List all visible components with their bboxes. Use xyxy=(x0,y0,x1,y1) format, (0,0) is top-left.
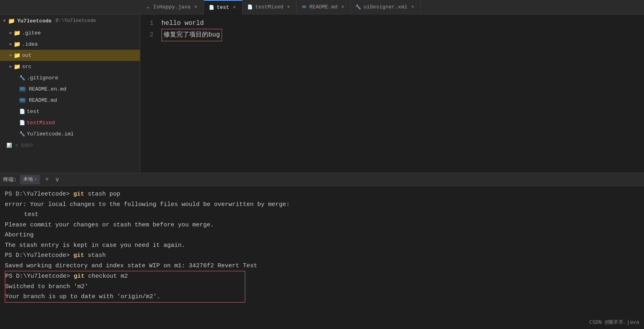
term-text-2: error: Your local changes to the followi… xyxy=(5,200,290,210)
java-icon: ☕ xyxy=(145,4,151,10)
terminal-label: 终端: xyxy=(3,176,17,183)
term-line-9: PS D:\Yu7leetcode> git checkout m2 xyxy=(5,271,245,282)
tab-isHappy[interactable]: ☕ IsHappy.java × xyxy=(140,0,204,14)
gitee-chevron: ▶ xyxy=(10,30,12,35)
code-text-1: hello world xyxy=(162,18,204,29)
term-line-8: Saved working directory and index state … xyxy=(5,261,639,271)
term-line-4: Please commit your changes or stash them… xyxy=(5,220,639,230)
tab-close-uiDesigner[interactable]: × xyxy=(410,4,416,10)
sidebar-item-gitee[interactable]: ▶ 📁 .gitee xyxy=(0,27,140,38)
idea-chevron: ▶ xyxy=(10,42,12,46)
terminal-tab-close[interactable]: × xyxy=(34,177,37,182)
tab-close-test[interactable]: × xyxy=(232,5,237,10)
tab-bar: ☕ IsHappy.java × 📄 test × 📄 testMixed × … xyxy=(0,0,644,14)
tab-close-isHappy[interactable]: × xyxy=(193,4,199,10)
sidebar-item-readme[interactable]: MD README.md xyxy=(0,95,140,106)
terminal-add-button[interactable]: + xyxy=(43,176,50,183)
root-path: D:\Yu7leetcode xyxy=(56,18,96,24)
file-icon-test: 📄 xyxy=(209,5,214,10)
term-git-1: git xyxy=(73,189,84,200)
term-git-9: git xyxy=(74,271,85,282)
sidebar-item-gitignore[interactable]: 🔧 .gitignore xyxy=(0,72,140,83)
terminal-local-tab[interactable]: 本地 × xyxy=(20,175,40,184)
line-num-1: 1 xyxy=(140,18,153,29)
sidebar-bottom-bar: 📊 ⚙ 加载中 xyxy=(0,139,140,151)
gitignore-label: .gitignore xyxy=(27,75,58,81)
readme-label: README.md xyxy=(29,97,57,103)
main-area: ▼ 📁 Yu7leetcode D:\Yu7leetcode ▶ 📁 .gite… xyxy=(0,14,644,173)
sidebar-item-testMixed[interactable]: 📄 testMixed xyxy=(0,117,140,128)
terminal-container: 终端: 本地 × + ∨ PS D:\Yu7leetcode> git stas… xyxy=(0,173,644,329)
graph-icon: 📊 xyxy=(6,143,12,148)
term-line-5: Aborting xyxy=(5,230,639,240)
iml-label: Yu7leetcode.iml xyxy=(27,131,74,137)
terminal-highlighted-block: PS D:\Yu7leetcode> git checkout m2 Switc… xyxy=(5,271,245,303)
term-rest-1: stash pop xyxy=(84,189,120,200)
term-line-3: test xyxy=(5,210,639,220)
sidebar: ▼ 📁 Yu7leetcode D:\Yu7leetcode ▶ 📁 .gite… xyxy=(0,14,140,173)
test-file-icon: 📄 xyxy=(19,109,25,115)
term-ps-9: PS D:\Yu7leetcode> xyxy=(5,271,74,282)
sidebar-item-src[interactable]: ▶ 📁 src xyxy=(0,61,140,72)
terminal-tab-bar: 终端: 本地 × + ∨ xyxy=(0,173,644,186)
project-root[interactable]: ▼ 📁 Yu7leetcode D:\Yu7leetcode xyxy=(0,14,140,27)
term-line-6: The stash entry is kept in case you need… xyxy=(5,240,639,251)
term-text-8: Saved working directory and index state … xyxy=(5,261,257,271)
term-line-11: Your branch is up to date with 'origin/m… xyxy=(5,292,245,302)
terminal-content[interactable]: PS D:\Yu7leetcode> git stash pop error: … xyxy=(0,186,644,329)
root-label: Yu7leetcode xyxy=(17,18,52,24)
term-text-11: Your branch is up to date with 'origin/m… xyxy=(5,292,160,302)
readme-en-label: README.en.md xyxy=(29,86,67,92)
term-text-10: Switched to branch 'm2' xyxy=(5,282,88,292)
folder-icon: 📁 xyxy=(8,18,15,24)
tab-close-readme[interactable]: × xyxy=(340,4,345,10)
tab-close-testMixed[interactable]: × xyxy=(286,4,291,10)
tab-readme[interactable]: MD README.md × xyxy=(297,0,351,14)
term-rest-7: stash xyxy=(84,250,106,261)
term-line-1: PS D:\Yu7leetcode> git stash pop xyxy=(5,189,639,200)
idea-folder-icon: 📁 xyxy=(14,41,20,48)
term-text-4: Please commit your changes or stash them… xyxy=(5,220,214,230)
testMixed-label: testMixed xyxy=(27,120,55,126)
iml-icon: 🔧 xyxy=(19,131,25,137)
code-line-2: 修复完了项目的bug xyxy=(162,29,644,41)
tab-testMixed[interactable]: 📄 testMixed × xyxy=(242,0,297,14)
gitignore-icon: 🔧 xyxy=(19,75,25,81)
term-rest-9: checkout m2 xyxy=(85,271,128,282)
editor-area: 1 2 hello world 修复完了项目的bug xyxy=(140,14,644,173)
sidebar-item-iml[interactable]: 🔧 Yu7leetcode.iml xyxy=(0,128,140,139)
term-git-7: git xyxy=(73,250,84,261)
md-icon: MD xyxy=(301,4,307,10)
readme-icon: MD xyxy=(19,98,26,103)
term-ps-1: PS D:\Yu7leetcode> xyxy=(5,189,73,200)
sidebar-item-readme-en[interactable]: MD README.en.md xyxy=(0,83,140,95)
src-label: src xyxy=(22,64,31,70)
term-text-3: test xyxy=(24,210,38,220)
gitee-label: .gitee xyxy=(22,30,41,36)
xml-icon: 🔧 xyxy=(355,4,361,10)
src-chevron: ▶ xyxy=(10,64,12,69)
terminal-chevron-button[interactable]: ∨ xyxy=(54,176,61,184)
watermark: CSDN @懒羊羊.java xyxy=(589,319,639,326)
readme-en-icon: MD xyxy=(19,87,26,92)
tab-test[interactable]: 📄 test × xyxy=(204,0,242,14)
code-area[interactable]: hello world 修复完了项目的bug xyxy=(158,18,644,170)
term-line-2: error: Your local changes to the followi… xyxy=(5,200,639,210)
term-text-6: The stash entry is kept in case you need… xyxy=(5,240,185,251)
term-text-5: Aborting xyxy=(5,230,34,240)
code-text-2: 修复完了项目的bug xyxy=(164,31,220,38)
out-folder-icon: 📁 xyxy=(14,52,20,59)
out-chevron: ▶ xyxy=(10,53,12,58)
editor-content: 1 2 hello world 修复完了项目的bug xyxy=(140,14,644,173)
file-icon-testMixed: 📄 xyxy=(247,4,253,10)
code-line-1: hello world xyxy=(162,18,644,29)
terminal-tab-label: 本地 xyxy=(23,176,33,183)
sidebar-item-out[interactable]: ▶ 📁 out xyxy=(0,50,140,61)
tab-uiDesigner[interactable]: 🔧 uiDesigner.xml × xyxy=(351,0,420,14)
gitee-folder-icon: 📁 xyxy=(14,30,20,36)
term-line-10: Switched to branch 'm2' xyxy=(5,282,245,292)
term-line-7: PS D:\Yu7leetcode> git stash xyxy=(5,250,639,261)
testMixed-icon: 📄 xyxy=(19,120,25,126)
sidebar-item-test[interactable]: 📄 test xyxy=(0,106,140,117)
sidebar-item-idea[interactable]: ▶ 📁 .idea xyxy=(0,38,140,50)
